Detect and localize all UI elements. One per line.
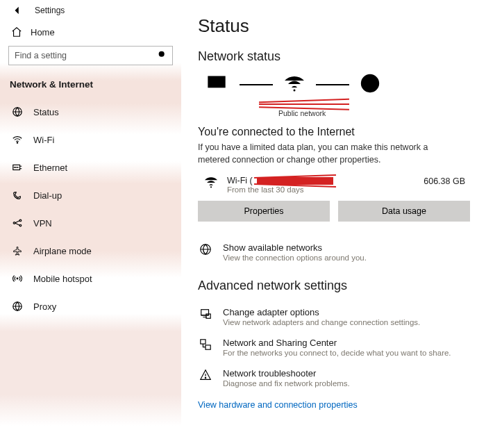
public-network-label: Public network [278, 109, 467, 117]
hotspot-icon [11, 273, 24, 284]
nav-label: VPN [33, 218, 52, 229]
globe-large-icon [359, 72, 381, 97]
properties-button[interactable]: Properties [198, 201, 330, 222]
ethernet-icon [11, 162, 24, 173]
nav-label: Wi-Fi [33, 135, 54, 145]
redacted-ssid [259, 99, 349, 109]
svg-point-0 [159, 51, 165, 57]
nav-label: Status [33, 107, 59, 117]
titlebar: Settings [0, 0, 181, 18]
nav-label: Ethernet [33, 163, 67, 173]
svg-point-2 [17, 142, 17, 143]
svg-point-10 [294, 90, 296, 92]
advanced-heading: Advanced network settings [198, 279, 467, 293]
back-arrow-icon[interactable] [12, 6, 22, 15]
hardware-link[interactable]: View hardware and connection properties [198, 400, 467, 410]
home-label: Home [31, 27, 55, 38]
data-usage-button[interactable]: Data usage [338, 201, 470, 222]
sidebar: Settings Home Network & Internet Status … [0, 0, 181, 448]
sharing-option[interactable]: Network and Sharing Center For the netwo… [198, 332, 467, 363]
proxy-icon [11, 301, 24, 312]
laptop-icon [203, 73, 230, 96]
show-networks-option[interactable]: Show available networks View the connect… [198, 237, 467, 267]
opt-sub: View the connection options around you. [223, 254, 367, 262]
sidebar-item-proxy[interactable]: Proxy [0, 292, 181, 320]
svg-point-7 [17, 278, 18, 279]
opt-title: Show available networks [223, 242, 367, 253]
svg-rect-9 [208, 76, 225, 88]
wifi-conn-icon [203, 176, 219, 192]
sidebar-item-vpn[interactable]: VPN [0, 209, 181, 237]
search-input[interactable] [15, 51, 146, 60]
sidebar-item-dialup[interactable]: Dial-up [0, 181, 181, 209]
section-label: Network & Internet [0, 72, 181, 98]
opt-title: Change adapter options [223, 307, 420, 317]
connector-line [316, 84, 349, 85]
svg-point-18 [205, 378, 206, 379]
search-box[interactable] [8, 46, 173, 65]
nav-label: Dial-up [33, 190, 62, 201]
globe-small-icon [198, 242, 213, 256]
wifi-large-icon [283, 74, 306, 95]
wifi-name-prefix: Wi-Fi ( [227, 176, 253, 185]
connector-line [240, 84, 273, 85]
sharing-icon [198, 338, 213, 351]
opt-sub: For the networks you connect to, decide … [223, 349, 451, 357]
opt-title: Network and Sharing Center [223, 338, 451, 348]
airplane-icon [11, 245, 24, 256]
nav-label: Proxy [33, 301, 56, 312]
nav-label: Airplane mode [33, 246, 92, 256]
data-amount: 606.38 GB [424, 176, 465, 186]
page-title: Status [198, 15, 467, 37]
network-diagram [203, 72, 467, 97]
sidebar-item-ethernet[interactable]: Ethernet [0, 154, 181, 181]
wifi-icon [11, 134, 24, 145]
connected-heading: You're connected to the Internet [198, 126, 467, 138]
warning-icon [198, 368, 213, 381]
svg-rect-17 [206, 345, 210, 349]
network-status-heading: Network status [198, 49, 467, 64]
dialup-icon [11, 190, 24, 201]
troubleshoot-option[interactable]: Network troubleshooter Diagnose and fix … [198, 363, 467, 393]
sidebar-item-hotspot[interactable]: Mobile hotspot [0, 265, 181, 292]
home-button[interactable]: Home [0, 18, 181, 46]
svg-rect-16 [201, 340, 206, 344]
sidebar-item-status[interactable]: Status [0, 98, 181, 126]
opt-title: Network troubleshooter [223, 368, 350, 379]
sidebar-item-wifi[interactable]: Wi-Fi [0, 126, 181, 154]
globe-icon [11, 106, 24, 117]
search-container [0, 46, 181, 72]
opt-sub: Diagnose and fix network problems. [223, 379, 350, 388]
svg-point-12 [210, 187, 212, 188]
app-title: Settings [35, 6, 65, 15]
main-content: Status Network status Public network You… [181, 0, 486, 448]
connected-desc: If you have a limited data plan, you can… [198, 141, 462, 166]
nav-label: Mobile hotspot [33, 274, 92, 284]
adapter-icon [198, 307, 213, 320]
vpn-icon [11, 217, 24, 229]
adapter-option[interactable]: Change adapter options View network adap… [198, 301, 467, 332]
connection-name: Wi-Fi ( [227, 176, 333, 185]
opt-sub: View network adapters and change connect… [223, 318, 420, 326]
redacted-name [257, 177, 333, 185]
button-row: Properties Data usage [198, 201, 467, 222]
sidebar-item-airplane[interactable]: Airplane mode [0, 237, 181, 265]
home-icon [11, 26, 22, 38]
search-icon[interactable] [158, 50, 167, 61]
connection-row: Wi-Fi ( From the last 30 days 606.38 GB [198, 174, 467, 195]
